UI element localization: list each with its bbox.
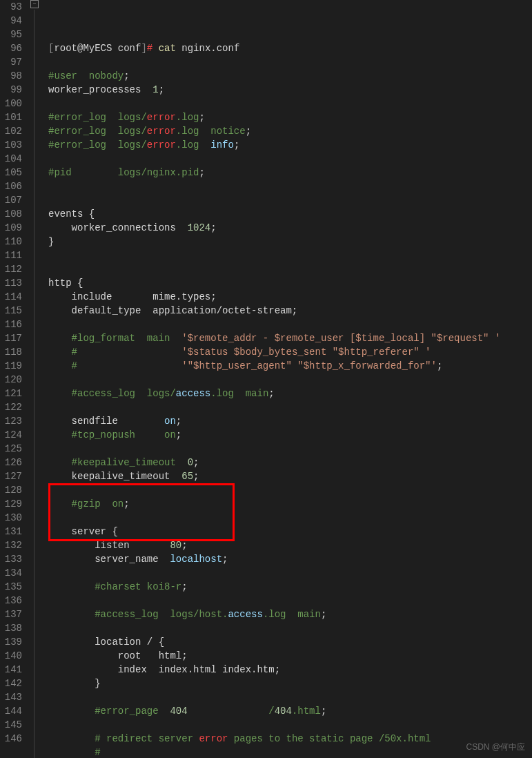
code-line[interactable] [48, 318, 532, 331]
code-token [48, 333, 72, 344]
line-number: 100 [0, 97, 22, 110]
code-line[interactable]: #user nobody; [48, 69, 532, 83]
code-line[interactable]: # redirect server error pages to the sta… [48, 732, 532, 746]
code-line[interactable]: root html; [48, 649, 532, 663]
code-line[interactable]: #access_log logs/access.log main; [48, 387, 532, 400]
code-token [48, 581, 95, 592]
code-token: #access_log logs/host. [95, 609, 228, 620]
code-area[interactable]: [root@MyECS conf]# cat nginx.conf #user … [41, 0, 532, 758]
code-token: ; [181, 581, 187, 592]
line-number: 143 [0, 690, 22, 704]
code-token: / [188, 706, 275, 717]
code-token: #access_log logs/ [72, 388, 176, 399]
code-token: .log main [263, 609, 321, 620]
code-line[interactable]: # '"$http_user_agent" "$http_x_forwarded… [48, 359, 532, 373]
code-line[interactable] [48, 483, 532, 497]
code-line[interactable]: index index.html index.htm; [48, 663, 532, 677]
code-line[interactable] [48, 193, 532, 207]
code-line[interactable]: worker_processes 1; [48, 83, 532, 97]
code-line[interactable] [48, 262, 532, 276]
code-line[interactable] [48, 97, 532, 110]
code-line[interactable]: #gzip on; [48, 497, 532, 511]
line-number: 109 [0, 221, 22, 235]
line-number: 126 [0, 456, 22, 469]
code-line[interactable]: #tcp_nopush on; [48, 428, 532, 442]
code-line[interactable] [48, 442, 532, 456]
code-line[interactable]: #error_log logs/error.log; [48, 110, 532, 124]
code-editor: 9394959697989910010110210310410510610710… [0, 0, 532, 758]
line-number: 99 [0, 83, 22, 97]
code-token [48, 347, 72, 358]
code-token: error [147, 112, 176, 123]
code-token: ; [321, 706, 326, 717]
code-line[interactable]: #error_page 404 /404.html; [48, 704, 532, 718]
line-number: 124 [0, 428, 22, 442]
line-number: 146 [0, 732, 22, 746]
line-number: 112 [0, 262, 22, 276]
code-token: .log [176, 139, 210, 150]
code-line[interactable] [48, 690, 532, 704]
code-line[interactable]: #error_log logs/error.log notice; [48, 124, 532, 138]
code-token: { [77, 278, 83, 289]
code-line[interactable] [48, 400, 532, 414]
code-line[interactable]: events { [48, 207, 532, 221]
code-line[interactable] [48, 152, 532, 166]
code-line[interactable]: location / { [48, 635, 532, 649]
code-token [48, 457, 72, 468]
code-line[interactable] [48, 566, 532, 580]
code-line[interactable] [48, 373, 532, 387]
code-line[interactable]: default_type application/octet-stream; [48, 304, 532, 318]
code-line[interactable]: server { [48, 525, 532, 538]
line-number: 110 [0, 235, 22, 249]
fold-collapse-icon[interactable]: − [30, 0, 39, 8]
code-line[interactable]: worker_connections 1024; [48, 221, 532, 235]
code-line[interactable] [48, 594, 532, 608]
code-line[interactable] [48, 179, 532, 193]
code-line[interactable] [48, 718, 532, 732]
code-line[interactable] [48, 249, 532, 262]
code-token: ; [437, 360, 442, 371]
line-number: 129 [0, 497, 22, 511]
code-line[interactable]: [root@MyECS conf]# cat nginx.conf [48, 41, 532, 55]
code-token: worker_connections [48, 222, 188, 233]
line-number: 107 [0, 193, 22, 207]
code-token [48, 429, 72, 440]
code-line[interactable]: #charset koi8-r; [48, 580, 532, 594]
code-line[interactable]: #pid logs/nginx.pid; [48, 166, 532, 179]
code-line[interactable] [48, 55, 532, 69]
code-line[interactable]: } [48, 677, 532, 690]
code-line[interactable] [48, 511, 532, 525]
code-token: location / [48, 636, 159, 648]
code-line[interactable]: server_name localhost; [48, 552, 532, 566]
code-token: ; [176, 416, 181, 427]
line-number-gutter: 9394959697989910010110210310410510610710… [0, 0, 29, 758]
code-token: .log [176, 112, 199, 123]
code-line[interactable]: sendfile on; [48, 414, 532, 428]
code-line[interactable]: # '$status $body_bytes_sent "$http_refer… [48, 345, 532, 359]
watermark-text: CSDN @何中应 [466, 740, 525, 754]
code-token: ; [268, 388, 274, 399]
code-line[interactable]: #log_format main '$remote_addr - $remote… [48, 331, 532, 345]
line-number: 121 [0, 387, 22, 400]
code-token: info [210, 139, 234, 150]
code-token: #error_log logs/ [48, 112, 147, 123]
line-number: 96 [0, 41, 22, 55]
code-line[interactable]: keepalive_timeout 65; [48, 469, 532, 483]
code-line[interactable]: #keepalive_timeout 0; [48, 456, 532, 469]
code-line[interactable]: http { [48, 276, 532, 290]
fold-guide-line [34, 10, 35, 758]
line-number: 145 [0, 718, 22, 732]
code-line[interactable]: #error_log logs/error.log info; [48, 138, 532, 152]
code-token: #user nobody [48, 70, 124, 81]
code-token: #log_format main [72, 333, 182, 344]
code-line[interactable]: # [48, 746, 532, 758]
code-line[interactable]: listen 80; [48, 538, 532, 552]
line-number: 95 [0, 28, 22, 41]
code-token: ; [210, 222, 216, 233]
code-line[interactable]: } [48, 235, 532, 249]
code-line[interactable]: #access_log logs/host.access.log main; [48, 608, 532, 621]
code-line[interactable]: include mime.types; [48, 290, 532, 304]
code-token: #tcp_nopush on [72, 429, 176, 440]
code-token: 1 [152, 84, 158, 95]
code-line[interactable] [48, 621, 532, 635]
